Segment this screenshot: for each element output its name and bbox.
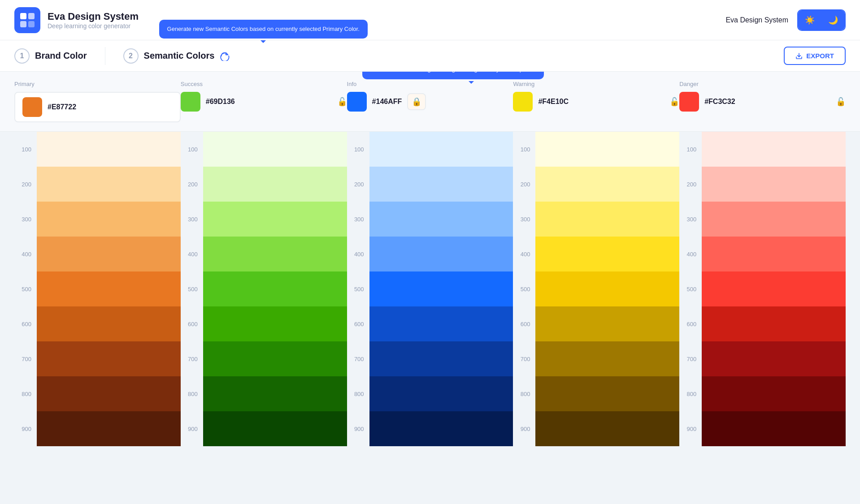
- danger-swatch-600: [702, 306, 846, 341]
- step-divider: [105, 47, 105, 65]
- info-swatch-row: #146AFF Unlock the color to re-generatin…: [347, 92, 513, 112]
- palette-row-primary-700: 700: [14, 341, 181, 376]
- step2-section: Generate new Semantic Colors based on cu…: [123, 47, 846, 65]
- palette-row-primary-900: 900: [14, 411, 181, 446]
- warning-swatch-row: #F4E10C 🔓: [513, 92, 679, 112]
- refresh-button[interactable]: [220, 51, 230, 61]
- danger-swatch-300: [702, 202, 846, 237]
- info-swatch: [347, 92, 367, 112]
- info-col: Info #146AFF Unlock the color to re-gene…: [347, 81, 513, 122]
- danger-swatch-800: [702, 376, 846, 411]
- primary-swatch-200: [37, 167, 181, 202]
- info-swatch-300: [369, 202, 513, 237]
- step2-label: Semantic Colors: [144, 51, 215, 61]
- danger-hex: #FC3C32: [704, 98, 735, 106]
- warning-hex: #F4E10C: [538, 98, 569, 106]
- success-swatch-400: [203, 237, 347, 271]
- header: Eva Design System Deep learning color ge…: [0, 0, 860, 40]
- warning-palette: 100 200 300 400 500 600 700 800 900: [513, 132, 679, 504]
- success-swatch-900: [203, 411, 347, 446]
- info-swatch-200: [369, 167, 513, 202]
- primary-swatch-700: [37, 341, 181, 376]
- success-swatch: [181, 92, 200, 112]
- warning-lock-icon[interactable]: 🔓: [669, 97, 679, 107]
- danger-swatch-400: [702, 237, 846, 271]
- primary-label: Primary: [14, 81, 181, 87]
- primary-swatch-row: #E87722: [14, 92, 181, 122]
- warning-swatch-300: [535, 202, 679, 237]
- export-icon: [795, 52, 803, 60]
- info-hex: #146AFF: [372, 98, 402, 106]
- info-swatch-700: [369, 341, 513, 376]
- success-label: Success: [181, 81, 347, 87]
- primary-palette: 100 200 300 400 500 600: [14, 132, 181, 504]
- success-swatch-200: [203, 167, 347, 202]
- lock-tooltip: Unlock the color to re-generating it dur…: [362, 72, 544, 79]
- step2-number: 2: [123, 48, 139, 64]
- info-swatch-400: [369, 237, 513, 271]
- success-swatch-300: [203, 202, 347, 237]
- warning-swatch-500: [535, 271, 679, 306]
- primary-col: Primary #E87722: [14, 81, 181, 122]
- app-logo: [14, 7, 40, 33]
- theme-toggle[interactable]: ☀️ 🌙: [797, 9, 846, 31]
- export-button[interactable]: EXPORT: [784, 47, 846, 65]
- danger-swatch-200: [702, 167, 846, 202]
- warning-swatch-600: [535, 306, 679, 341]
- palette-row-primary-600: 600: [14, 306, 181, 341]
- export-label: EXPORT: [806, 52, 834, 60]
- palette-row-primary-800: 800: [14, 376, 181, 411]
- warning-swatch-400: [535, 237, 679, 271]
- danger-swatch-900: [702, 411, 846, 446]
- header-right: Eva Design System ☀️ 🌙: [725, 9, 846, 31]
- palette-row-primary-400: 400: [14, 237, 181, 271]
- info-swatch-600: [369, 306, 513, 341]
- success-swatch-700: [203, 341, 347, 376]
- palette-row-primary-200: 200: [14, 167, 181, 202]
- danger-lock-icon[interactable]: 🔓: [836, 97, 846, 107]
- primary-swatch-100: [37, 132, 181, 167]
- info-lock-icon[interactable]: 🔒: [407, 93, 426, 110]
- warning-col: Warning #F4E10C 🔓: [513, 81, 679, 122]
- semantic-tooltip: Generate new Semantic Colors based on cu…: [159, 20, 368, 39]
- primary-swatch-500: [37, 271, 181, 306]
- app-subtitle: Deep learning color generator: [48, 22, 139, 30]
- danger-swatch: [679, 92, 699, 112]
- primary-swatch-600: [37, 306, 181, 341]
- info-label: Info: [347, 81, 513, 87]
- primary-hex: #E87722: [48, 103, 76, 111]
- palette-row-primary-100: 100: [14, 132, 181, 167]
- section-bar: 1 Brand Color Generate new Semantic Colo…: [0, 40, 860, 72]
- success-swatch-800: [203, 376, 347, 411]
- header-left: Eva Design System Deep learning color ge…: [14, 7, 139, 33]
- main-content: Primary #E87722 Success #69D136 🔓 Info #…: [0, 72, 860, 504]
- danger-palette: 100 200 300 400 500 600 700 800 900: [679, 132, 846, 504]
- svg-rect-2: [20, 21, 26, 27]
- danger-swatch-row: #FC3C32 🔓: [679, 92, 846, 112]
- danger-col: Danger #FC3C32 🔓: [679, 81, 846, 122]
- step1-number: 1: [14, 48, 30, 64]
- danger-swatch-700: [702, 341, 846, 376]
- warning-label: Warning: [513, 81, 679, 87]
- primary-swatch-400: [37, 237, 181, 271]
- warning-swatch-700: [535, 341, 679, 376]
- step1-section: 1 Brand Color: [14, 48, 105, 64]
- theme-light-button[interactable]: ☀️: [798, 10, 821, 30]
- success-swatch-500: [203, 271, 347, 306]
- info-swatch-500: [369, 271, 513, 306]
- palette-row-primary-300: 300: [14, 202, 181, 237]
- svg-rect-0: [20, 13, 26, 19]
- theme-dark-button[interactable]: 🌙: [821, 10, 845, 30]
- success-hex: #69D136: [206, 98, 235, 106]
- success-swatch-row: #69D136 🔓: [181, 92, 347, 112]
- info-palette: 100 200 300 400 500 600 700 800 900: [347, 132, 513, 504]
- success-palette: 100 200 300 400 500 600 700 800 900: [181, 132, 347, 504]
- app-name: Eva Design System: [48, 11, 139, 22]
- primary-swatch-300: [37, 202, 181, 237]
- logo-icon: [19, 12, 35, 28]
- primary-swatch-800: [37, 376, 181, 411]
- palette-section: 100 200 300 400 500 600: [0, 132, 860, 504]
- danger-swatch-500: [702, 271, 846, 306]
- success-lock-icon[interactable]: 🔓: [337, 97, 347, 107]
- success-swatch-600: [203, 306, 347, 341]
